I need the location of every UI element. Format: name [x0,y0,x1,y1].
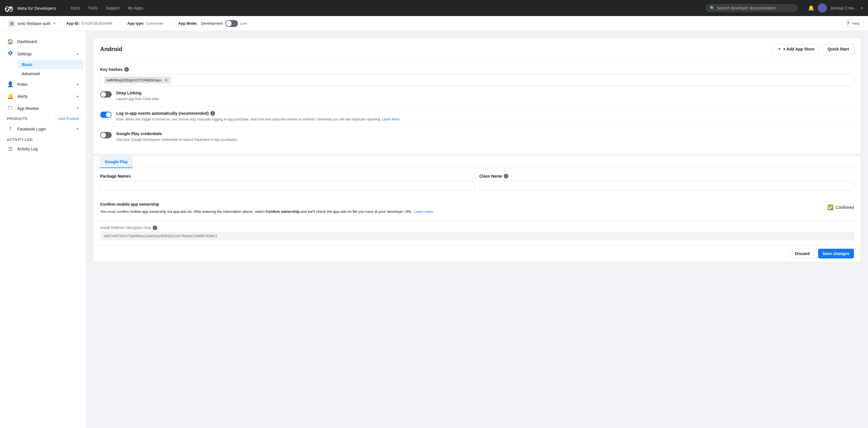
bottom-action-bar: Discard Save changes [93,245,861,262]
facebook-login-chevron-icon: ▼ [76,127,79,131]
settings-chevron-up-icon: ▲ [76,52,79,55]
nav-support[interactable]: Support [102,4,123,12]
learn-more-log-link[interactable]: Learn More [382,117,400,121]
log-inapp-info-icon[interactable]: i [210,111,215,116]
android-card: Android ＋ + Add App Store Quick Start Ke… [93,38,861,262]
divider: | [119,21,121,26]
confirm-text: Confirm mobile app ownership You must co… [100,202,827,215]
log-inapp-content: Log in-app events automatically (recomme… [116,111,854,122]
decryption-info-icon[interactable]: i [153,226,157,230]
avatar[interactable]: 👤 [818,3,827,12]
shield-icon: 🛡 [7,105,14,111]
confirm-title: Confirm mobile app ownership [100,202,820,206]
main-layout: 🏠 Dashboard Settings ▲ Basic Advanced 👤 … [0,31,868,428]
search-bar[interactable]: 🔍 [706,4,798,12]
nav-tools[interactable]: Tools [85,4,101,12]
sidebar-item-dashboard[interactable]: 🏠 Dashboard [2,36,84,47]
key-hashes-input[interactable]: AdR/WxijJ2lSzjzVOTCPil0GGao= ✕ [100,74,854,86]
decryption-key-section: Install Referrer Decryption Key i e997cf… [93,221,861,245]
remove-tag-button[interactable]: ✕ [164,78,168,82]
deep-linking-row: Deep Linking Launch app from Feed links. [100,86,854,106]
add-app-store-button[interactable]: ＋ + Add App Store [772,44,819,54]
deep-linking-content: Deep Linking Launch app from Feed links. [116,91,854,102]
app-review-chevron-icon: ▼ [76,107,79,110]
notifications-bell-icon[interactable]: 🔔 [808,5,814,11]
package-names-input[interactable] [100,181,475,191]
app-mode-info: App Mode: Development Live [178,20,247,27]
gear-icon [7,51,14,57]
svg-text:∞: ∞ [5,6,7,11]
sidebar-item-basic[interactable]: Basic [17,60,84,69]
roles-chevron-icon: ▼ [76,83,79,86]
plus-icon: ＋ [777,46,781,52]
nav-myapps[interactable]: My Apps [124,4,147,12]
confirm-desc: You must confirm mobile app ownership vi… [100,209,820,215]
tab-bar: Google Play [93,156,861,168]
app-selector-chevron-icon: ▼ [53,22,56,25]
search-icon: 🔍 [710,6,715,10]
package-names-col: Package Names [100,174,475,191]
section-divider [93,154,861,156]
class-name-col: Class Name i [479,174,854,191]
sidebar-item-activity-log[interactable]: ☰ Activity Log [2,143,84,155]
meta-logo-icon: ∞ [5,3,15,13]
sidebar-item-alerts[interactable]: 🔔 Alerts ▼ [2,90,84,102]
app-selector[interactable]: ⚙ ionic-firebase-auth ▼ [5,18,59,29]
log-inapp-desc: Note: When this toggle is turned on, you… [116,117,854,122]
sidebar: 🏠 Dashboard Settings ▲ Basic Advanced 👤 … [0,31,86,428]
android-card-body: Key hashes i AdR/WxijJ2lSzjzVOTCPil0GGao… [93,60,861,154]
tab-google-play[interactable]: Google Play [100,156,133,168]
app-mode-toggle[interactable] [225,20,238,27]
app-type-info: App type: Consumer [127,21,163,26]
sidebar-item-facebook-login[interactable]: f Facebook Login ▼ [2,123,84,135]
android-card-header: Android ＋ + Add App Store Quick Start [93,38,861,60]
list-icon: ☰ [7,146,14,152]
account-chevron-down-icon[interactable]: ▼ [861,7,863,10]
deep-linking-title: Deep Linking [116,91,854,95]
google-play-creds-content: Google Play credentials Use your Google … [116,131,854,142]
person-badge-icon: 👤 [7,81,14,88]
key-hashes-label: Key hashes i [100,67,854,72]
google-play-creds-toggle[interactable] [100,132,112,138]
username-label[interactable]: Јелица Стан... [830,6,857,10]
top-navigation: ∞ Meta for Developers Docs Tools Support… [0,0,868,16]
brand-logo[interactable]: ∞ Meta for Developers [5,3,56,13]
sidebar-item-roles[interactable]: 👤 Roles ▼ [2,78,84,90]
confirm-row: Confirm mobile app ownership You must co… [100,202,854,215]
sidebar-item-settings[interactable]: Settings ▲ [2,47,84,60]
sidebar-item-advanced[interactable]: Advanced [17,69,84,78]
log-inapp-toggle[interactable] [100,111,112,118]
package-class-row: Package Names Class Name i [93,168,861,196]
check-circle-icon: ✅ [827,204,834,210]
key-hashes-info-icon[interactable]: i [124,67,129,72]
decryption-key-label: Install Referrer Decryption Key i [100,226,854,230]
app-name-label: ionic-firebase-auth [18,21,51,26]
facebook-icon: f [7,126,14,132]
android-title: Android [100,46,122,53]
package-names-label: Package Names [100,174,475,178]
sidebar-item-app-review[interactable]: 🛡 App Review ▼ [2,102,84,114]
decryption-key-value: e997cf457051473a8400ea1a0ef1dcef9381821c… [100,232,854,240]
save-changes-button[interactable]: Save changes [818,249,854,259]
deep-linking-desc: Launch app from Feed links. [116,96,854,102]
nav-docs[interactable]: Docs [67,4,84,12]
class-name-input[interactable] [479,181,854,191]
alerts-chevron-icon: ▼ [76,95,79,98]
main-content: Android ＋ + Add App Store Quick Start Ke… [86,31,868,428]
search-input[interactable] [717,6,794,10]
quick-start-button[interactable]: Quick Start [823,44,854,54]
help-button[interactable]: ❓ Help [842,19,863,28]
confirm-ownership-section: Confirm mobile app ownership You must co… [93,196,861,221]
discard-button[interactable]: Discard [790,249,814,259]
class-name-info-icon[interactable]: i [504,174,508,178]
add-product-button[interactable]: Add Product [58,117,79,121]
confirm-learn-more-link[interactable]: Learn more [414,209,433,214]
house-icon: 🏠 [7,38,14,45]
google-play-creds-row: Google Play credentials Use your Google … [100,127,854,147]
products-header: Products Add Product [0,114,86,123]
topnav-right: 🔔 👤 Јелица Стан... ▼ [808,3,863,12]
deep-linking-toggle[interactable] [100,91,112,98]
class-name-label: Class Name i [479,174,854,178]
topnav-links: Docs Tools Support My Apps [67,4,146,12]
confirmed-badge: ✅ Confirmed [827,204,854,210]
